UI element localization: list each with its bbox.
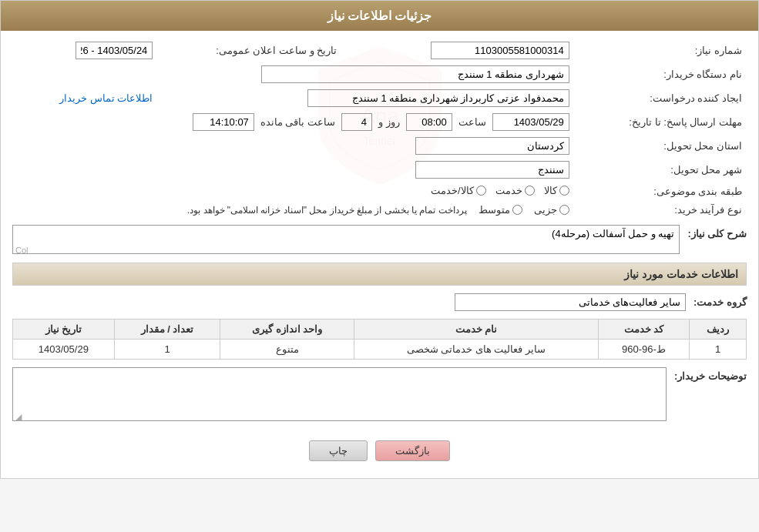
notes-col-indicator: ◢ [15, 412, 22, 422]
category-service-radio[interactable] [525, 186, 535, 196]
contact-link[interactable]: اطلاعات تماس خریدار [59, 92, 153, 104]
buyer-notes-section: توضیحات خریدار: ◢ [12, 367, 747, 423]
deadline-days-input[interactable] [341, 113, 372, 131]
description-section: شرح کلی نیاز: تهیه و حمل آسفالت (مرحله4)… [12, 225, 747, 256]
category-goods-radio[interactable] [559, 186, 569, 196]
cell-unit: متنوع [220, 340, 354, 360]
process-medium-radio[interactable] [512, 205, 522, 215]
col-row: ردیف [690, 320, 747, 340]
cell-date: 1403/05/29 [13, 340, 115, 360]
description-label: شرح کلی نیاز: [687, 225, 747, 239]
deadline-remaining-input[interactable] [193, 113, 254, 131]
need-number-label: شماره نیاز: [574, 38, 747, 62]
col-date: تاریخ نیاز [13, 320, 115, 340]
creator-label: ایجاد کننده درخواست: [574, 86, 747, 110]
category-service-label: خدمت [495, 185, 522, 196]
date-label: تاریخ و ساعت اعلان عمومی: [157, 38, 341, 62]
cell-quantity: 1 [114, 340, 220, 360]
process-label: نوع فرآیند خرید: [574, 201, 747, 219]
description-textarea[interactable]: تهیه و حمل آسفالت (مرحله4) [12, 225, 680, 254]
need-number-input[interactable] [431, 42, 569, 59]
col-quantity: تعداد / مقدار [114, 320, 220, 340]
province-input[interactable] [415, 137, 569, 155]
cell-service-name: سایر فعالیت های خدماتی شخصی [354, 340, 599, 360]
buyer-notes-label: توضیحات خریدار: [674, 367, 747, 382]
col-unit: واحد اندازه گیری [220, 320, 354, 340]
table-row: 1 ط-96-960 سایر فعالیت های خدماتی شخصی م… [13, 340, 747, 360]
buyer-org-input[interactable] [261, 65, 569, 83]
col-service-code: کد خدمت [598, 320, 689, 340]
date-input[interactable] [76, 42, 153, 59]
process-medium-label: متوسط [479, 204, 510, 216]
city-label: شهر محل تحویل: [574, 158, 747, 182]
main-form: شماره نیاز: تاریخ و ساعت اعلان عمومی: نا… [12, 38, 747, 219]
deadline-time-input[interactable] [406, 113, 452, 131]
process-note: پرداخت تمام یا بخشی از مبلغ خریداز محل "… [187, 205, 467, 216]
process-partial-label: جزیی [534, 204, 557, 216]
deadline-days-label: روز و [378, 116, 400, 128]
col-indicator: Col [15, 246, 29, 255]
creator-input[interactable] [307, 89, 569, 107]
page-title: جزئیات اطلاعات نیاز [327, 9, 432, 22]
deadline-label: مهلت ارسال پاسخ: تا تاریخ: [574, 110, 747, 134]
service-group-input[interactable] [455, 293, 686, 311]
province-label: استان محل تحویل: [574, 134, 747, 158]
buyer-org-label: نام دستگاه خریدار: [574, 62, 747, 86]
category-label: طبقه بندی موضوعی: [574, 182, 747, 201]
back-button[interactable]: بازگشت [375, 440, 450, 461]
service-group-row: گروه خدمت: [12, 290, 747, 314]
cell-row: 1 [690, 340, 747, 360]
service-group-label: گروه خدمت: [694, 296, 747, 308]
services-table: ردیف کد خدمت نام خدمت واحد اندازه گیری ت… [12, 319, 747, 360]
process-partial-radio[interactable] [559, 205, 569, 215]
action-buttons: بازگشت چاپ [12, 431, 747, 470]
col-service-name: نام خدمت [354, 320, 599, 340]
print-button[interactable]: چاپ [309, 440, 368, 461]
services-section-header: اطلاعات خدمات مورد نیاز [12, 263, 747, 286]
cell-service-code: ط-96-960 [598, 340, 689, 360]
category-goods-label: کالا [544, 185, 557, 196]
deadline-time-label: ساعت [458, 116, 486, 128]
city-input[interactable] [415, 161, 569, 179]
buyer-notes-textarea[interactable] [12, 367, 667, 421]
category-goods-service-label: کالا/خدمت [431, 185, 474, 196]
category-goods-service-radio[interactable] [476, 186, 486, 196]
page-header: جزئیات اطلاعات نیاز [1, 1, 758, 31]
deadline-date-input[interactable] [492, 113, 569, 131]
deadline-remaining-label: ساعت باقی مانده [260, 116, 335, 128]
